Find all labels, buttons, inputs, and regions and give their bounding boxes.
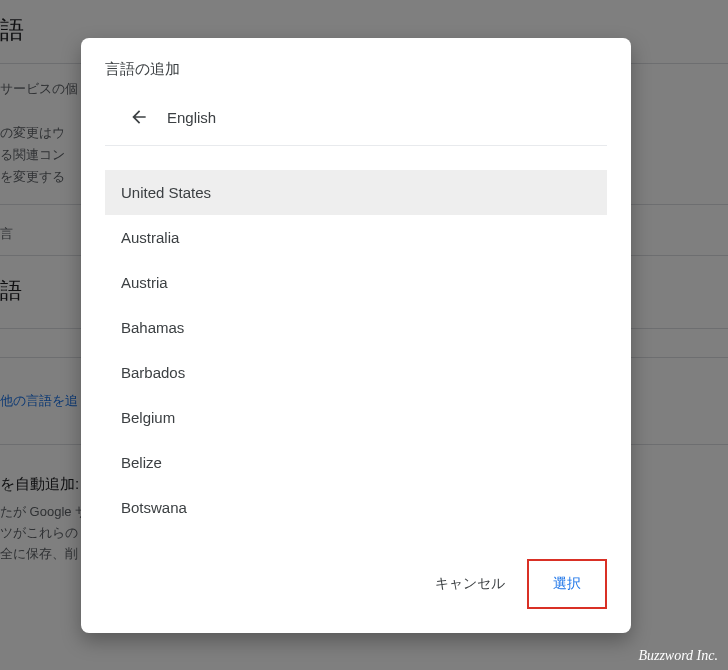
country-item[interactable]: Botswana [105,485,607,530]
country-list[interactable]: United StatesAustraliaAustriaBahamasBarb… [105,170,607,539]
cancel-button[interactable]: キャンセル [421,567,519,601]
country-item[interactable]: Australia [105,215,607,260]
dialog-title: 言語の追加 [81,38,631,85]
back-arrow-icon[interactable] [129,107,149,127]
selected-language-label: English [167,109,216,126]
country-item[interactable]: United States [105,170,607,215]
dialog-header: English [105,85,607,146]
country-item[interactable]: Barbados [105,350,607,395]
country-item[interactable]: Austria [105,260,607,305]
select-button[interactable]: 選択 [539,567,595,601]
country-item[interactable]: Belgium [105,395,607,440]
add-language-dialog: 言語の追加 English United StatesAustraliaAust… [81,38,631,633]
dialog-footer: キャンセル 選択 [81,551,631,633]
attribution-text: Buzzword Inc. [638,648,718,664]
country-item[interactable]: Bahamas [105,305,607,350]
country-list-container: United StatesAustraliaAustriaBahamasBarb… [105,170,607,539]
country-item[interactable]: Belize [105,440,607,485]
select-button-highlight: 選択 [527,559,607,609]
